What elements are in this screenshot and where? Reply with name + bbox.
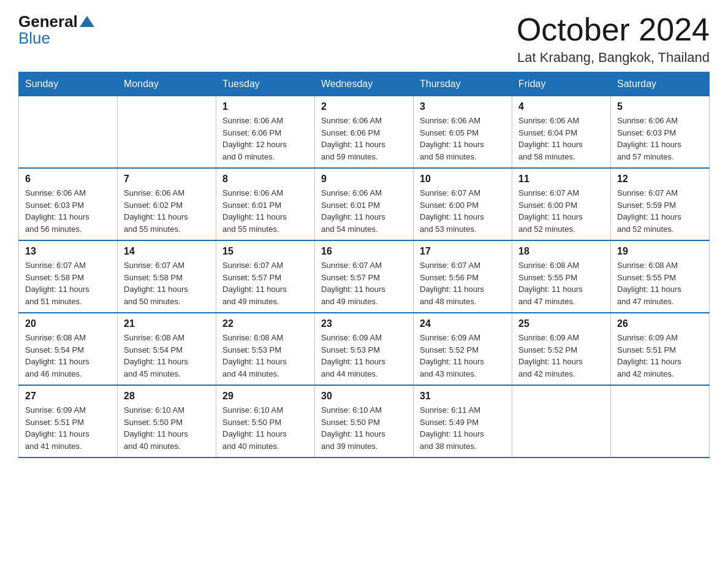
day-number: 5 (617, 101, 703, 112)
day-number: 9 (321, 174, 407, 185)
calendar-cell (19, 96, 118, 169)
calendar-cell: 27Sunrise: 6:09 AM Sunset: 5:51 PM Dayli… (19, 385, 118, 458)
calendar-cell: 23Sunrise: 6:09 AM Sunset: 5:53 PM Dayli… (315, 313, 414, 385)
calendar-cell: 6Sunrise: 6:06 AM Sunset: 6:03 PM Daylig… (19, 168, 118, 240)
page-header: General Blue October 2024 Lat Krabang, B… (18, 12, 710, 66)
day-info: Sunrise: 6:07 AM Sunset: 6:00 PM Dayligh… (420, 187, 506, 235)
day-info: Sunrise: 6:07 AM Sunset: 5:59 PM Dayligh… (617, 187, 703, 235)
day-number: 16 (321, 246, 407, 257)
calendar-cell: 11Sunrise: 6:07 AM Sunset: 6:00 PM Dayli… (512, 168, 611, 240)
day-info: Sunrise: 6:09 AM Sunset: 5:51 PM Dayligh… (617, 332, 703, 380)
day-number: 2 (321, 101, 407, 112)
weekday-monday: Monday (118, 72, 216, 96)
day-number: 12 (617, 174, 703, 185)
calendar-cell: 30Sunrise: 6:10 AM Sunset: 5:50 PM Dayli… (315, 385, 414, 458)
calendar-cell: 2Sunrise: 6:06 AM Sunset: 6:06 PM Daylig… (315, 96, 414, 169)
calendar-cell: 7Sunrise: 6:06 AM Sunset: 6:02 PM Daylig… (118, 168, 216, 240)
day-number: 22 (222, 318, 308, 329)
day-info: Sunrise: 6:10 AM Sunset: 5:50 PM Dayligh… (124, 404, 210, 452)
day-info: Sunrise: 6:10 AM Sunset: 5:50 PM Dayligh… (222, 404, 308, 452)
day-info: Sunrise: 6:07 AM Sunset: 5:58 PM Dayligh… (124, 259, 210, 307)
day-info: Sunrise: 6:06 AM Sunset: 6:01 PM Dayligh… (321, 187, 407, 235)
calendar-cell: 13Sunrise: 6:07 AM Sunset: 5:58 PM Dayli… (19, 240, 118, 313)
day-number: 3 (420, 101, 506, 112)
calendar-cell: 26Sunrise: 6:09 AM Sunset: 5:51 PM Dayli… (611, 313, 710, 385)
day-number: 18 (518, 246, 604, 257)
day-info: Sunrise: 6:09 AM Sunset: 5:51 PM Dayligh… (25, 404, 111, 452)
calendar-cell: 24Sunrise: 6:09 AM Sunset: 5:52 PM Dayli… (414, 313, 512, 385)
calendar-cell: 14Sunrise: 6:07 AM Sunset: 5:58 PM Dayli… (118, 240, 216, 313)
weekday-tuesday: Tuesday (216, 72, 315, 96)
calendar-cell: 19Sunrise: 6:08 AM Sunset: 5:55 PM Dayli… (611, 240, 710, 313)
day-number: 14 (124, 246, 210, 257)
logo-arrow-icon (78, 13, 96, 31)
calendar-cell: 4Sunrise: 6:06 AM Sunset: 6:04 PM Daylig… (512, 96, 611, 169)
day-number: 24 (420, 318, 506, 329)
calendar-cell: 28Sunrise: 6:10 AM Sunset: 5:50 PM Dayli… (118, 385, 216, 458)
day-number: 7 (124, 174, 210, 185)
calendar-table: SundayMondayTuesdayWednesdayThursdayFrid… (18, 72, 710, 458)
day-info: Sunrise: 6:08 AM Sunset: 5:53 PM Dayligh… (222, 332, 308, 380)
day-number: 13 (25, 246, 111, 257)
week-row-1: 6Sunrise: 6:06 AM Sunset: 6:03 PM Daylig… (19, 168, 710, 240)
calendar-cell: 20Sunrise: 6:08 AM Sunset: 5:54 PM Dayli… (19, 313, 118, 385)
calendar-cell: 15Sunrise: 6:07 AM Sunset: 5:57 PM Dayli… (216, 240, 315, 313)
day-info: Sunrise: 6:08 AM Sunset: 5:54 PM Dayligh… (124, 332, 210, 380)
day-info: Sunrise: 6:09 AM Sunset: 5:52 PM Dayligh… (518, 332, 604, 380)
day-info: Sunrise: 6:07 AM Sunset: 6:00 PM Dayligh… (518, 187, 604, 235)
calendar-cell: 3Sunrise: 6:06 AM Sunset: 6:05 PM Daylig… (414, 96, 512, 169)
calendar-cell: 18Sunrise: 6:08 AM Sunset: 5:55 PM Dayli… (512, 240, 611, 313)
calendar-cell: 29Sunrise: 6:10 AM Sunset: 5:50 PM Dayli… (216, 385, 315, 458)
day-info: Sunrise: 6:07 AM Sunset: 5:58 PM Dayligh… (25, 259, 111, 307)
location-title: Lat Krabang, Bangkok, Thailand (517, 50, 710, 66)
day-number: 31 (420, 391, 506, 402)
calendar-cell: 9Sunrise: 6:06 AM Sunset: 6:01 PM Daylig… (315, 168, 414, 240)
day-number: 29 (222, 391, 308, 402)
calendar-cell (611, 385, 710, 458)
calendar-cell (512, 385, 611, 458)
day-info: Sunrise: 6:06 AM Sunset: 6:02 PM Dayligh… (124, 187, 210, 235)
day-number: 6 (25, 174, 111, 185)
calendar-cell: 12Sunrise: 6:07 AM Sunset: 5:59 PM Dayli… (611, 168, 710, 240)
day-number: 10 (420, 174, 506, 185)
calendar-cell: 5Sunrise: 6:06 AM Sunset: 6:03 PM Daylig… (611, 96, 710, 169)
week-row-2: 13Sunrise: 6:07 AM Sunset: 5:58 PM Dayli… (19, 240, 710, 313)
calendar-cell: 17Sunrise: 6:07 AM Sunset: 5:56 PM Dayli… (414, 240, 512, 313)
calendar-cell: 16Sunrise: 6:07 AM Sunset: 5:57 PM Dayli… (315, 240, 414, 313)
day-number: 11 (518, 174, 604, 185)
day-info: Sunrise: 6:06 AM Sunset: 6:05 PM Dayligh… (420, 115, 506, 163)
week-row-4: 27Sunrise: 6:09 AM Sunset: 5:51 PM Dayli… (19, 385, 710, 458)
calendar-cell: 31Sunrise: 6:11 AM Sunset: 5:49 PM Dayli… (414, 385, 512, 458)
logo-blue-text: Blue (18, 29, 50, 48)
calendar-cell: 25Sunrise: 6:09 AM Sunset: 5:52 PM Dayli… (512, 313, 611, 385)
day-info: Sunrise: 6:11 AM Sunset: 5:49 PM Dayligh… (420, 404, 506, 452)
day-number: 17 (420, 246, 506, 257)
week-row-3: 20Sunrise: 6:08 AM Sunset: 5:54 PM Dayli… (19, 313, 710, 385)
day-number: 27 (25, 391, 111, 402)
day-info: Sunrise: 6:06 AM Sunset: 6:06 PM Dayligh… (222, 115, 308, 163)
day-info: Sunrise: 6:09 AM Sunset: 5:53 PM Dayligh… (321, 332, 407, 380)
svg-marker-0 (80, 16, 94, 27)
weekday-header-row: SundayMondayTuesdayWednesdayThursdayFrid… (19, 72, 710, 96)
day-number: 28 (124, 391, 210, 402)
day-number: 26 (617, 318, 703, 329)
day-number: 19 (617, 246, 703, 257)
day-info: Sunrise: 6:07 AM Sunset: 5:56 PM Dayligh… (420, 259, 506, 307)
day-info: Sunrise: 6:06 AM Sunset: 6:06 PM Dayligh… (321, 115, 407, 163)
week-row-0: 1Sunrise: 6:06 AM Sunset: 6:06 PM Daylig… (19, 96, 710, 169)
day-info: Sunrise: 6:06 AM Sunset: 6:03 PM Dayligh… (617, 115, 703, 163)
day-number: 8 (222, 174, 308, 185)
day-number: 1 (222, 101, 308, 112)
day-number: 25 (518, 318, 604, 329)
weekday-thursday: Thursday (414, 72, 512, 96)
day-info: Sunrise: 6:08 AM Sunset: 5:55 PM Dayligh… (518, 259, 604, 307)
weekday-wednesday: Wednesday (315, 72, 414, 96)
day-number: 30 (321, 391, 407, 402)
title-block: October 2024 Lat Krabang, Bangkok, Thail… (517, 12, 710, 66)
day-info: Sunrise: 6:09 AM Sunset: 5:52 PM Dayligh… (420, 332, 506, 380)
day-info: Sunrise: 6:07 AM Sunset: 5:57 PM Dayligh… (222, 259, 308, 307)
weekday-saturday: Saturday (611, 72, 710, 96)
calendar-cell: 1Sunrise: 6:06 AM Sunset: 6:06 PM Daylig… (216, 96, 315, 169)
weekday-friday: Friday (512, 72, 611, 96)
calendar-cell: 21Sunrise: 6:08 AM Sunset: 5:54 PM Dayli… (118, 313, 216, 385)
